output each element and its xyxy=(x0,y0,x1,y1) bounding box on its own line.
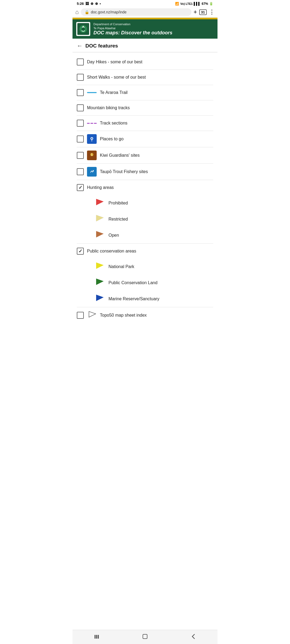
status-right: 📶 Vo) LTE1 ▌▌▌ 67% 🔋 xyxy=(175,2,213,6)
new-tab-button[interactable]: + xyxy=(194,9,197,16)
signal-bars: ▌▌▌ xyxy=(194,2,201,6)
public-conservation-land-label: Public Conservation Land xyxy=(108,280,157,285)
short-walks-label: Short Walks - some of our best xyxy=(87,75,146,80)
open-flag-icon xyxy=(94,230,105,241)
hunting-checkbox[interactable]: ✓ xyxy=(77,184,84,191)
dept-name: Department of Conservation Te Papa Atawh… xyxy=(93,22,172,30)
topo50-label: Topo50 map sheet index xyxy=(100,313,147,318)
header-text: Department of Conservation Te Papa Atawh… xyxy=(93,22,172,36)
list-item: Mountain biking tracks xyxy=(73,100,218,115)
svg-point-2 xyxy=(82,27,85,31)
status-bar: 5:26 🖼 ⊕ ⊛ • 📶 Vo) LTE1 ▌▌▌ 67% 🔋 xyxy=(73,0,218,7)
battery-text: 67% xyxy=(202,2,208,6)
lock-icon: 🔒 xyxy=(85,10,89,14)
svg-point-8 xyxy=(93,170,94,171)
back-button[interactable]: ← xyxy=(77,42,83,49)
taupo-icon xyxy=(87,167,97,177)
browser-bar: ⌂ 🔒 doc.govt.nz/map/inde + 31 ⋮ xyxy=(73,7,218,18)
dash-segment xyxy=(90,123,93,124)
browser-actions: + 31 ⋮ xyxy=(194,9,215,16)
url-bar[interactable]: 🔒 doc.govt.nz/map/inde xyxy=(81,8,191,16)
svg-marker-16 xyxy=(89,312,96,317)
public-conservation-land-flag-icon xyxy=(94,277,105,288)
svg-marker-9 xyxy=(96,199,104,205)
taupo-checkbox[interactable] xyxy=(77,168,84,175)
messenger-icon: ⊕ xyxy=(90,2,93,6)
browser-home-button[interactable]: ⌂ xyxy=(75,9,79,16)
checkmark-icon: ✓ xyxy=(78,248,82,254)
url-text: doc.govt.nz/map/inde xyxy=(91,10,126,14)
kiwi-label: Kiwi Guardians' sites xyxy=(100,153,140,158)
topo50-flag-icon xyxy=(87,310,97,320)
checkmark-icon: ✓ xyxy=(78,185,82,191)
list-item: 1 Kiwi Guardians' sites xyxy=(73,147,218,163)
svg-marker-15 xyxy=(96,295,104,301)
restricted-flag-icon xyxy=(94,214,105,225)
restricted-label: Restricted xyxy=(108,217,128,222)
te-araroa-label: Te Araroa Trail xyxy=(100,90,128,95)
track-sections-icon-area xyxy=(87,123,97,124)
list-item: Places to go xyxy=(73,131,218,147)
page-title: DOC features xyxy=(85,43,118,49)
dash-segment xyxy=(94,123,97,124)
dashed-line-icon xyxy=(87,123,97,124)
hunting-label: Hunting areas xyxy=(87,185,114,190)
track-sections-label: Track sections xyxy=(100,121,128,126)
svg-text:1: 1 xyxy=(91,153,93,156)
day-hikes-label: Day Hikes - some of our best xyxy=(87,60,142,64)
svg-marker-12 xyxy=(96,231,104,237)
status-left: 5:26 🖼 ⊕ ⊛ • xyxy=(77,2,101,6)
te-araroa-checkbox[interactable] xyxy=(77,89,84,96)
gallery-icon: 🖼 xyxy=(85,2,89,6)
list-item: Short Walks - some of our best xyxy=(73,70,218,85)
public-conservation-checkbox[interactable]: ✓ xyxy=(77,248,84,255)
svg-marker-14 xyxy=(96,279,104,285)
doc-logo xyxy=(76,22,90,36)
page-header: ← DOC features xyxy=(73,39,218,52)
battery-icon: 🔋 xyxy=(209,2,213,6)
signal-text: Vo) LTE1 xyxy=(180,2,193,5)
mountain-biking-label: Mountain biking tracks xyxy=(87,105,130,110)
short-walks-checkbox[interactable] xyxy=(77,74,84,81)
day-hikes-checkbox[interactable] xyxy=(77,58,84,65)
places-checkbox[interactable] xyxy=(77,136,84,142)
mountain-biking-checkbox[interactable] xyxy=(77,104,84,111)
list-item: ✓ Hunting areas xyxy=(73,180,218,195)
national-park-flag-icon xyxy=(94,261,105,272)
kiwi-checkbox[interactable] xyxy=(77,152,84,159)
marine-reserve-flag-icon xyxy=(94,294,105,304)
list-item: Taupō Trout Fishery sites xyxy=(73,164,218,180)
header-banner: Department of Conservation Te Papa Atawh… xyxy=(73,19,218,39)
sub-item-marine-reserve: Marine Reserve/Sanctuary xyxy=(73,291,218,307)
messenger2-icon: ⊛ xyxy=(95,2,98,6)
feature-list: Day Hikes - some of our best Short Walks… xyxy=(73,52,218,347)
dash-segment xyxy=(87,123,90,124)
doc-logo-svg xyxy=(77,23,89,35)
time: 5:26 xyxy=(77,2,84,6)
list-item: Te Araroa Trail xyxy=(73,85,218,100)
places-icon xyxy=(87,134,97,144)
kiwi-icon: 1 xyxy=(87,151,97,160)
line-icon xyxy=(87,92,97,93)
site-title: DOC maps: Discover the outdoors xyxy=(93,30,172,36)
tab-count[interactable]: 31 xyxy=(199,9,207,15)
wifi-icon: 📶 xyxy=(175,2,179,6)
svg-point-4 xyxy=(91,138,93,139)
more-options-button[interactable]: ⋮ xyxy=(209,9,215,16)
sub-item-prohibited: Prohibited xyxy=(73,195,218,211)
topo50-checkbox[interactable] xyxy=(77,312,84,319)
track-sections-checkbox[interactable] xyxy=(77,120,84,127)
dot-indicator: • xyxy=(100,2,101,6)
sub-item-open: Open xyxy=(73,227,218,243)
svg-marker-13 xyxy=(96,262,104,269)
bottom-spacer xyxy=(73,323,218,345)
te-araroa-icon-area xyxy=(87,92,97,93)
places-label: Places to go xyxy=(100,137,124,141)
prohibited-label: Prohibited xyxy=(108,201,128,206)
sub-item-public-conservation-land: Public Conservation Land xyxy=(73,275,218,291)
public-conservation-label: Public conservation areas xyxy=(87,249,136,254)
list-item: Day Hikes - some of our best xyxy=(73,54,218,69)
sub-item-restricted: Restricted xyxy=(73,211,218,227)
national-park-label: National Park xyxy=(108,264,134,269)
list-item: Topo50 map sheet index xyxy=(73,307,218,323)
